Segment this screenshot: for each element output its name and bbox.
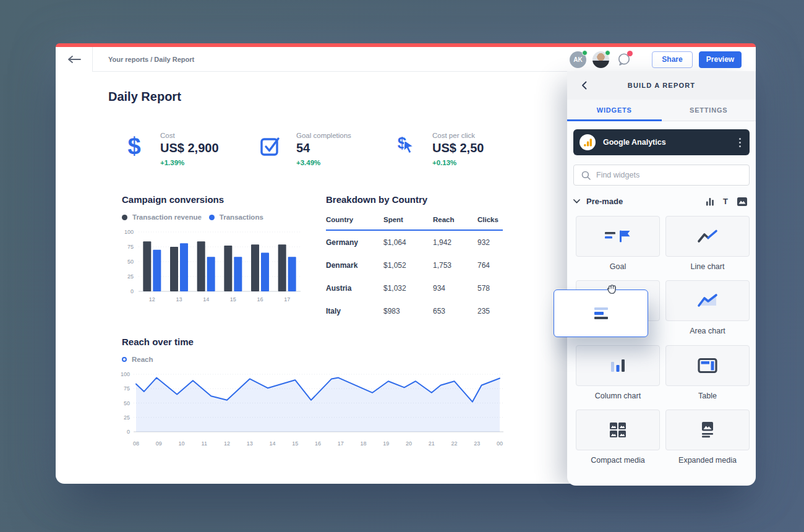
svg-text:12: 12 [149,296,155,302]
checkbox-icon [257,135,284,157]
svg-text:12: 12 [224,440,230,447]
table-row: Denmark $1,052 1,753 764 [326,254,503,277]
widget-compact-media: Compact media [576,410,660,465]
cell-spent: $1,052 [383,254,433,277]
cell-country: Italy [326,299,383,322]
kpi-label: Goal completions [296,132,351,139]
country-table: Country Spent Reach Clicks Germany $1,06… [326,216,503,322]
widget-card[interactable] [576,345,660,386]
widget-card[interactable] [665,345,750,386]
tab-settings[interactable]: SETTINGS [662,100,756,121]
panel-title: BUILD A REPORT [628,82,695,89]
widget-label: Column chart [576,392,660,400]
table-row: Austria $1,032 934 578 [326,277,503,299]
kpi-value: US$ 2,900 [160,141,219,155]
online-badge [605,50,610,56]
expanded-media-icon [701,422,714,438]
svg-text:100: 100 [121,371,130,377]
kpi-label: Cost per click [432,132,484,139]
svg-text:00: 00 [497,440,503,447]
legend-label: Transactions [220,213,263,221]
column-header[interactable]: Country [326,216,383,230]
cell-country: Denmark [326,254,383,277]
svg-text:09: 09 [156,440,162,447]
widget-goal: Goal [576,216,660,271]
column-header[interactable]: Spent [383,216,433,230]
svg-text:10: 10 [178,440,184,447]
table-icon [698,358,717,374]
svg-text:25: 25 [124,414,130,421]
svg-text:0: 0 [127,429,130,435]
stage: Your reports / Daily Report AK Share Pre… [0,0,804,532]
cell-clicks: 578 [477,277,503,299]
kebab-menu-icon[interactable] [739,138,741,147]
kpi-cost-per-click: $ Cost per click US$ 2,50 +0.13% [393,130,484,166]
cell-reach: 1,942 [433,230,477,254]
breadcrumb[interactable]: Your reports / Daily Report [108,56,194,63]
dragged-widget-bar-chart[interactable] [554,290,648,337]
widget-type-filters: T [706,197,747,206]
table-row: Germany $1,064 1,942 932 [326,230,503,254]
build-report-panel: BUILD A REPORT WIDGETS SETTINGS Google A… [567,71,756,486]
back-arrow-icon[interactable] [67,56,81,63]
chart-legend: Transaction revenue Transactions [122,213,303,221]
app-header: Your reports / Daily Report AK Share Pre… [56,47,756,72]
widget-card[interactable] [665,216,750,257]
tab-widgets[interactable]: WIDGETS [567,100,662,121]
media-filter-icon[interactable] [737,197,747,206]
svg-text:19: 19 [383,440,389,447]
widget-label: Table [665,392,750,400]
widget-card[interactable] [576,410,660,450]
widget-expanded-media: Expanded media [665,410,750,465]
svg-text:15: 15 [230,296,236,302]
svg-text:75: 75 [124,385,130,392]
preview-button[interactable]: Preview [699,51,742,68]
grab-hand-cursor-icon [604,281,620,298]
legend-label: Transaction revenue [132,213,202,221]
text-filter-icon[interactable]: T [723,197,728,206]
cell-clicks: 235 [477,299,503,322]
chevron-left-icon[interactable] [578,80,589,91]
svg-text:50: 50 [127,259,134,265]
svg-text:50: 50 [124,400,130,406]
svg-text:75: 75 [127,244,134,250]
column-header[interactable]: Reach [433,216,477,230]
widget-title: Breakdown by Country [326,194,503,205]
widget-card[interactable] [576,216,660,257]
dollar-cursor-icon: $ [393,135,420,151]
svg-text:16: 16 [315,440,321,447]
avatar-photo[interactable] [592,51,609,68]
bar-chart-icon [594,307,608,320]
data-source-selector[interactable]: Google Analytics [573,129,750,155]
online-badge [582,50,588,56]
premade-section-label[interactable]: Pre-made [586,197,623,206]
search-input[interactable] [596,171,749,179]
google-analytics-icon [579,134,596,150]
column-chart-filter-icon[interactable] [706,197,714,206]
svg-text:21: 21 [429,440,435,447]
widget-card[interactable] [665,280,750,321]
svg-text:17: 17 [338,440,344,447]
panel-header: BUILD A REPORT [567,71,756,100]
column-header[interactable]: Clicks [477,216,503,230]
widget-label: Line chart [665,262,750,271]
column-chart-icon [610,358,625,373]
chat-bubble-icon[interactable] [615,51,632,68]
header-actions: AK Share Preview [570,47,742,72]
svg-text:14: 14 [203,296,209,302]
bar-chart: 0255075100121314151617 [118,226,303,309]
premade-section-row: Pre-made T [573,197,750,206]
widget-country-table: Breakdown by Country Country Spent Reach… [326,194,503,322]
cell-reach: 1,753 [433,254,477,277]
share-button[interactable]: Share [652,51,693,68]
kpi-delta: +0.13% [432,159,484,166]
svg-text:100: 100 [124,229,134,235]
chevron-down-icon[interactable] [573,199,580,204]
svg-text:15: 15 [292,440,298,447]
avatar-initials[interactable]: AK [570,51,586,68]
widget-card[interactable] [665,410,750,450]
cell-spent: $1,032 [383,277,433,299]
widget-area-chart: Area chart [665,280,750,335]
cell-spent: $1,064 [383,230,433,254]
goal-icon [605,229,631,244]
